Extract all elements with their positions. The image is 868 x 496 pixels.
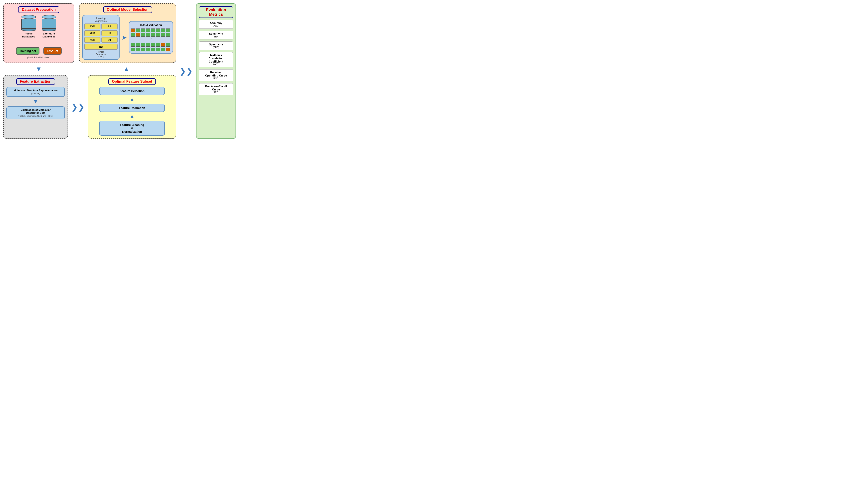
kfold-cell (161, 43, 165, 47)
kfold-cell (131, 29, 135, 32)
connector (6, 40, 71, 46)
metric-mcc: MathewsCorrelationCoefficient (MCC) (199, 52, 233, 67)
feature-sub-panel: Optimal Feature Subset Feature Selection… (88, 75, 176, 139)
kfold-row-1 (131, 29, 171, 32)
main-content: Dataset Preparation PublicDatabases Lite… (3, 3, 176, 139)
kfold-cell (131, 43, 135, 47)
feat-ext-inner: Molecular Structure Representation (.smi… (6, 87, 65, 119)
kfold-cell (151, 43, 155, 47)
eval-arrow-container: ❯❯ (179, 3, 194, 139)
kfold-row-n (131, 48, 171, 51)
public-db-label: PublicDatabases (22, 32, 35, 38)
model-to-kfold-arrow: ➤ (122, 34, 127, 41)
kfold-cell (161, 33, 165, 37)
mol-struct-box: Molecular Structure Representation (.smi… (6, 87, 65, 97)
kfold-cell (136, 29, 140, 32)
dataset-title: Dataset Preparation (22, 7, 56, 12)
metric-sen: Sensitivity (SEN) (199, 31, 233, 40)
kfold-cell (141, 48, 145, 51)
kfold-cell (146, 48, 150, 51)
feat-reduction-box: Feature Reduction (99, 104, 165, 112)
metric-prc-abbr: (PRC) (201, 91, 231, 94)
kfold-cell (136, 33, 140, 37)
model-inner: LearningAlgorithms SVM RF MLP LR XGB DT … (82, 15, 173, 60)
eval-title: EvaluationMetrics (199, 6, 233, 18)
down-arrow-icon: ▼ (36, 65, 42, 73)
feat-down-arrow: ▼ (33, 99, 39, 104)
feature-ext-panel: Feature Extraction Molecular Structure R… (3, 75, 68, 139)
kfold-cell (146, 33, 150, 37)
mid-arrows: ▼ ▲ (3, 65, 176, 73)
algo-grid: SVM RF MLP LR XGB DT NB (84, 24, 118, 50)
kfold-cell (136, 43, 140, 47)
feat-cleaning-label: Feature Cleaning&Normalization (120, 123, 144, 133)
bottom-section-arrow: ❯❯ (70, 75, 86, 139)
feat-reduction-label: Feature Reduction (119, 106, 145, 110)
eval-arrow: ❯❯ (179, 66, 194, 76)
metric-spe-name: Specificity (201, 43, 231, 46)
mol-struct-sub: (.smi file) (31, 92, 40, 95)
test-label: Test Set (47, 49, 58, 52)
up-arrow-icon: ▲ (123, 65, 130, 73)
lit-db: LiteratureDatabases (42, 15, 56, 38)
up-arrow-right: ▲ (77, 65, 176, 73)
set-row: Training set Test Set (6, 47, 71, 55)
metric-mcc-abbr: (MCC) (201, 63, 231, 66)
kfold-cell (146, 43, 150, 47)
algo-dt: DT (102, 37, 118, 43)
kfold-box: K-fold Validation (129, 21, 173, 53)
kfold-dots: ⋮ (131, 38, 171, 42)
mol-struct-label: Molecular Structure Representation (14, 89, 58, 92)
kfold-cell (161, 29, 165, 32)
algo-svm: SVM (84, 24, 101, 29)
down-arrow-left: ▼ (3, 65, 74, 73)
kfold-cell (146, 29, 150, 32)
feat-selection-box: Feature Selection (99, 87, 165, 95)
hyper-label: HyperParameterTuning (96, 51, 106, 58)
lit-db-label: LiteratureDatabases (43, 32, 56, 38)
kfold-row-n1 (131, 43, 171, 47)
kfold-cell (141, 29, 145, 32)
cyl-top-1 (21, 15, 36, 19)
kfold-cell (151, 48, 155, 51)
cyl-bottom-2 (42, 29, 56, 31)
up-arrow-2: ▲ (129, 113, 135, 119)
feat-cleaning-box: Feature Cleaning&Normalization (99, 121, 165, 136)
kfold-cell (136, 48, 140, 51)
kfold-cell (131, 33, 135, 37)
kfold-row-2 (131, 33, 171, 37)
learn-title: LearningAlgorithms (95, 17, 107, 22)
calc-label: Calculation of MolecularDescriptor Sets (21, 108, 51, 114)
metric-prc-name: Precision-RecallCurve (201, 85, 231, 91)
kfold-cell (166, 48, 170, 51)
metric-roc: ReceiverOperating Curve (ROC) (199, 69, 233, 81)
model-title-box: Optimal Model Selection (103, 6, 152, 13)
metric-acc-abbr: (ACC) (201, 25, 231, 27)
bottom-row: Feature Extraction Molecular Structure R… (3, 75, 176, 139)
top-row: Dataset Preparation PublicDatabases Lite… (3, 3, 176, 63)
kfold-cell (141, 43, 145, 47)
metric-mcc-name: MathewsCorrelationCoefficient (201, 53, 231, 63)
metric-acc-name: Accuracy (201, 21, 231, 25)
dataset-panel: Dataset Preparation PublicDatabases Lite… (3, 3, 74, 63)
model-title: Optimal Model Selection (107, 7, 149, 12)
eval-panel: EvaluationMetrics Accuracy (ACC) Sensiti… (196, 3, 236, 139)
cyl-body-2 (42, 19, 56, 29)
training-box: Training set (16, 47, 40, 55)
kfold-cell (166, 33, 170, 37)
dataset-title-box: Dataset Preparation (18, 6, 59, 13)
algo-lr: LR (102, 30, 118, 36)
algo-mlp: MLP (84, 30, 101, 36)
calc-box: Calculation of MolecularDescriptor Sets … (6, 106, 65, 119)
kfold-title: K-fold Validation (131, 24, 171, 27)
kfold-cell (166, 43, 170, 47)
metric-acc: Accuracy (ACC) (199, 20, 233, 29)
smiles-label: (SMILES with Labels) (6, 56, 71, 59)
kfold-cell (151, 33, 155, 37)
tree-svg (25, 40, 53, 46)
metric-spe-abbr: (SPE) (201, 46, 231, 49)
cyl-bottom-1 (21, 29, 36, 31)
model-panel: Optimal Model Selection LearningAlgorith… (79, 3, 176, 63)
metric-roc-name: ReceiverOperating Curve (201, 71, 231, 77)
metric-prc: Precision-RecallCurve (PRC) (199, 83, 233, 95)
